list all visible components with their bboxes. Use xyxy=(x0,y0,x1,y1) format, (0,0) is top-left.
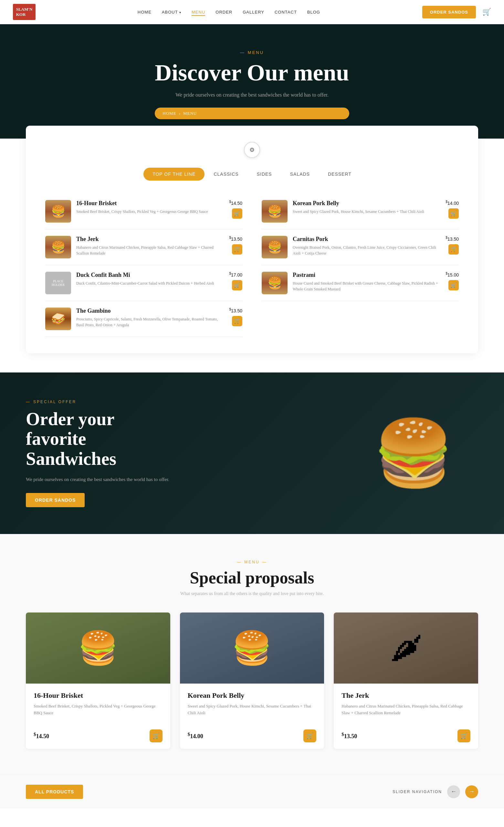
proposal-price: $14.00 xyxy=(188,732,203,740)
add-to-cart-button[interactable]: 🛒 xyxy=(232,280,242,290)
item-right: $13.50 🛒 xyxy=(446,236,459,254)
add-to-cart-button[interactable]: 🛒 xyxy=(448,244,459,254)
tab-dessert[interactable]: DESSERT xyxy=(319,168,361,181)
list-item: 🌶 The Jerk Habanero and Citrus Marinated… xyxy=(334,613,478,749)
nav-home[interactable]: HOME xyxy=(138,10,152,14)
proposal-image-korean: 🍔 xyxy=(180,613,324,684)
item-name: 16-Hour Brisket xyxy=(76,200,224,207)
footer-nav: ALL PRODUCTS SLIDER NAVIGATION ← → xyxy=(0,775,504,809)
proposal-image-jerk: 🌶 xyxy=(334,613,478,684)
breadcrumb-separator: › xyxy=(179,111,181,116)
navbar: SLAM'NKOR HOME ABOUT ▾ MENU ORDER GALLER… xyxy=(0,0,504,24)
hero-tag: MENU xyxy=(155,50,349,55)
tab-salads[interactable]: SALADS xyxy=(281,168,319,181)
item-price: $15.00 xyxy=(446,272,459,278)
proposal-footer: $14.50 🛒 xyxy=(26,729,170,749)
filter-icon: ⚙ xyxy=(244,142,260,158)
proposals-header: MENU Special proposals What separates us… xyxy=(26,560,478,596)
special-offer-order-button[interactable]: ORDER SANDOS xyxy=(26,493,85,507)
add-to-cart-button[interactable]: 🛒 xyxy=(448,280,459,290)
nav-links: HOME ABOUT ▾ MENU ORDER GALLERY CONTACT … xyxy=(138,9,320,15)
item-info: The Gambino Prosciutto, Spicy Capricole,… xyxy=(76,307,224,328)
item-name: Carnitas Pork xyxy=(293,236,440,243)
proposal-footer: $13.50 🛒 xyxy=(334,729,478,749)
list-item: 16-Hour Brisket Smoked Beef Brisket, Cri… xyxy=(45,194,242,229)
breadcrumb-current: MENU xyxy=(183,111,197,116)
hero-subtitle: We pride ourselves on creating the best … xyxy=(171,92,333,98)
breadcrumb-home: HOME xyxy=(162,111,176,116)
about-dropdown-arrow: ▾ xyxy=(179,11,181,14)
add-to-cart-button[interactable]: 🛒 xyxy=(232,316,242,326)
proposal-body: Korean Pork Belly Sweet and Spicy Glazed… xyxy=(180,684,324,729)
item-desc: Sweet and Spicy Glazed Pork, House Kimch… xyxy=(293,209,440,214)
add-to-cart-button[interactable]: 🛒 xyxy=(232,244,242,254)
list-item: Carnitas Pork Overnight Braised Pork, On… xyxy=(262,229,459,265)
proposal-name: The Jerk xyxy=(342,691,470,700)
tab-top-of-the-line[interactable]: TOP OF THE LINE xyxy=(143,168,204,181)
item-desc: Smoked Beef Brisket, Crispy Shallots, Pi… xyxy=(76,209,224,214)
proposal-image-brisket: 🍔 xyxy=(26,613,170,684)
slider-prev-button[interactable]: ← xyxy=(447,785,460,798)
special-offer-title: Order your favorite Sandwiches xyxy=(26,409,171,469)
breadcrumb[interactable]: HOME › MENU xyxy=(155,108,349,119)
item-price: $13.50 xyxy=(229,307,242,313)
proposal-desc: Habanero and Citrus Marinated Chicken, P… xyxy=(342,703,470,717)
item-name: Duck Confit Banh Mi xyxy=(76,272,224,279)
add-to-cart-button[interactable]: 🛒 xyxy=(232,208,242,219)
item-info: Pastrami House Cured and Smoked Beef Bri… xyxy=(293,272,440,292)
item-info: Carnitas Pork Overnight Braised Pork, On… xyxy=(293,236,440,256)
slider-nav-label: SLIDER NAVIGATION xyxy=(393,789,442,794)
proposals-grid: 🍔 16-Hour Brisket Smoked Beef Brisket, C… xyxy=(26,613,478,749)
list-item: Korean Pork Belly Sweet and Spicy Glazed… xyxy=(262,194,459,229)
item-image-pastrami xyxy=(262,272,288,294)
proposals-subtitle: What separates us from all the others is… xyxy=(26,591,478,596)
proposal-desc: Sweet and Spicy Glazed Pork, House Kimch… xyxy=(188,703,317,717)
proposals-section: MENU Special proposals What separates us… xyxy=(0,534,504,775)
hero-section: MENU Discover Our menu We pride ourselve… xyxy=(0,24,504,139)
add-to-cart-button[interactable]: 🛒 xyxy=(448,208,459,219)
proposal-price: $13.50 xyxy=(342,732,357,740)
nav-about[interactable]: ABOUT ▾ xyxy=(162,10,181,14)
special-offer-desc: We pride ourselves on creating the best … xyxy=(26,476,171,483)
proposal-footer: $14.00 🛒 xyxy=(180,729,324,749)
item-image-gambino xyxy=(45,307,71,330)
menu-section: ⚙ TOP OF THE LINE CLASSICS SIDES SALADS … xyxy=(26,126,478,353)
all-products-button[interactable]: ALL PRODUCTS xyxy=(26,785,83,799)
nav-blog[interactable]: BLOG xyxy=(307,10,320,14)
logo-box: SLAM'NKOR xyxy=(13,4,36,20)
proposal-add-button[interactable]: 🛒 xyxy=(457,729,470,742)
order-sandos-button[interactable]: ORDER SANDOS xyxy=(422,6,476,18)
item-info: Duck Confit Banh Mi Duck Confit, Cilantr… xyxy=(76,272,224,286)
logo[interactable]: SLAM'NKOR xyxy=(13,4,36,20)
proposal-add-button[interactable]: 🛒 xyxy=(150,729,162,742)
item-desc: Overnight Braised Pork, Onion, Cilantro,… xyxy=(293,245,440,256)
slider-navigation: SLIDER NAVIGATION ← → xyxy=(393,785,478,798)
item-image-jerk xyxy=(45,236,71,258)
nav-contact[interactable]: CONTACT xyxy=(274,10,297,14)
logo-text: SLAM'NKOR xyxy=(16,7,33,17)
nav-menu[interactable]: MENU xyxy=(192,10,205,16)
item-name: Korean Pork Belly xyxy=(293,200,440,207)
cart-icon[interactable]: 🛒 xyxy=(482,8,491,16)
item-image-korean xyxy=(262,200,288,223)
nav-gallery[interactable]: GALLERY xyxy=(243,10,264,14)
proposal-add-button[interactable]: 🛒 xyxy=(303,729,316,742)
item-desc: Duck Confit, Cilantro-Mint-Cucumber-Carr… xyxy=(76,280,224,286)
tab-classics[interactable]: CLASSICS xyxy=(204,168,248,181)
item-price: $13.50 xyxy=(446,236,459,242)
slider-next-button[interactable]: → xyxy=(465,785,478,798)
item-name: The Gambino xyxy=(76,307,224,314)
special-offer-tag: SPECIAL OFFER xyxy=(26,400,171,404)
item-right: $14.00 🛒 xyxy=(446,200,459,219)
list-item: 🍔 16-Hour Brisket Smoked Beef Brisket, C… xyxy=(26,613,170,749)
special-offer-burger-image: 🍔 xyxy=(349,398,478,508)
nav-order[interactable]: ORDER xyxy=(215,10,232,14)
list-item: PLACEHOLDER Duck Confit Banh Mi Duck Con… xyxy=(45,265,242,301)
item-desc: House Cured and Smoked Beef Brisket with… xyxy=(293,280,440,292)
special-offer-content: SPECIAL OFFER Order your favorite Sandwi… xyxy=(26,400,171,507)
tab-sides[interactable]: SIDES xyxy=(248,168,281,181)
menu-right-col: Korean Pork Belly Sweet and Spicy Glazed… xyxy=(262,194,459,337)
item-name: Pastrami xyxy=(293,272,440,279)
item-right: $13.50 🛒 xyxy=(229,307,242,326)
proposal-desc: Smoked Beef Brisket, Crispy Shallots, Pi… xyxy=(34,703,162,717)
